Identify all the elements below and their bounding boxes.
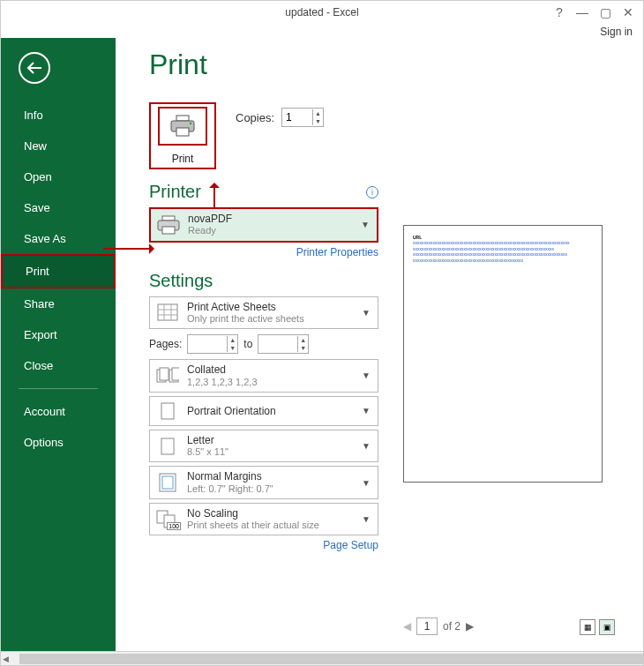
help-icon[interactable]: ? bbox=[553, 5, 565, 19]
sidebar-item-account[interactable]: Account bbox=[1, 396, 116, 427]
svg-rect-2 bbox=[176, 128, 189, 136]
minimize-icon[interactable]: — bbox=[576, 5, 588, 19]
scaling-title: No Scaling bbox=[187, 507, 355, 520]
spin-up-icon[interactable]: ▲ bbox=[298, 336, 308, 344]
pager-prev-icon[interactable]: ◀ bbox=[403, 620, 411, 632]
sidebar-item-share[interactable]: Share bbox=[1, 288, 116, 319]
preview-pager: ◀ 1 of 2 ▶ bbox=[403, 617, 474, 635]
annotation-arrow bbox=[213, 188, 215, 207]
printer-properties-link[interactable]: Printer Properties bbox=[149, 246, 378, 258]
print-what-selector[interactable]: Print Active Sheets Only print the activ… bbox=[149, 296, 378, 330]
sidebar-item-export[interactable]: Export bbox=[1, 319, 116, 350]
copies-input[interactable] bbox=[282, 109, 312, 126]
spin-up-icon[interactable]: ▲ bbox=[228, 336, 237, 344]
sidebar-item-save-as[interactable]: Save As bbox=[1, 223, 116, 254]
spin-down-icon[interactable]: ▼ bbox=[298, 344, 308, 352]
svg-rect-12 bbox=[161, 403, 174, 419]
pages-label: Pages: bbox=[149, 338, 182, 350]
sidebar-item-open[interactable]: Open bbox=[1, 161, 116, 192]
margins-sub: Left: 0.7" Right: 0.7" bbox=[187, 483, 355, 495]
page-icon bbox=[155, 438, 180, 455]
scaling-selector[interactable]: 100 No Scaling Print sheets at their act… bbox=[149, 503, 378, 536]
sidebar-item-close[interactable]: Close bbox=[1, 350, 116, 381]
chevron-down-icon: ▼ bbox=[362, 478, 372, 488]
svg-point-3 bbox=[190, 123, 191, 124]
portrait-icon bbox=[155, 402, 180, 420]
sidebar-item-print[interactable]: Print bbox=[1, 254, 116, 288]
scaling-sub: Print sheets at their actual size bbox=[187, 520, 355, 531]
svg-rect-6 bbox=[162, 227, 175, 234]
page-title: Print bbox=[149, 49, 378, 81]
sidebar-item-options[interactable]: Options bbox=[1, 427, 116, 458]
chevron-down-icon: ▼ bbox=[361, 220, 371, 229]
printer-selector[interactable]: novaPDF Ready ▼ bbox=[149, 207, 378, 243]
show-margins-icon[interactable]: ▦ bbox=[580, 619, 595, 635]
collate-sub: 1,2,3 1,2,3 1,2,3 bbox=[187, 377, 355, 388]
restore-icon[interactable]: ▢ bbox=[599, 5, 611, 19]
page-from-input[interactable] bbox=[188, 335, 227, 353]
margins-selector[interactable]: Normal Margins Left: 0.7" Right: 0.7" ▼ bbox=[149, 466, 378, 499]
sidebar-item-save[interactable]: Save bbox=[1, 192, 116, 223]
printer-name: novaPDF bbox=[188, 213, 354, 225]
collate-title: Collated bbox=[187, 363, 355, 376]
sheet-icon bbox=[155, 303, 180, 321]
sidebar-item-new[interactable]: New bbox=[1, 131, 116, 161]
zoom-to-page-icon[interactable]: ▣ bbox=[599, 619, 615, 635]
copies-spinner[interactable]: ▲▼ bbox=[281, 108, 324, 127]
chevron-down-icon: ▼ bbox=[362, 308, 372, 318]
spin-up-icon[interactable]: ▲ bbox=[313, 109, 323, 117]
page-setup-link[interactable]: Page Setup bbox=[149, 539, 378, 551]
info-icon[interactable]: i bbox=[366, 186, 378, 198]
title-bar: updated - Excel ? — ▢ ✕ bbox=[1, 1, 643, 24]
collate-selector[interactable]: Collated 1,2,3 1,2,3 1,2,3 ▼ bbox=[149, 359, 378, 393]
backstage-sidebar: Info New Open Save Save As Print Share E… bbox=[1, 38, 116, 651]
printer-device-icon bbox=[156, 215, 181, 235]
chevron-down-icon: ▼ bbox=[362, 406, 372, 415]
orientation-title: Portrait Orientation bbox=[187, 405, 355, 417]
sidebar-divider bbox=[19, 388, 98, 389]
paper-sub: 8.5" x 11" bbox=[187, 446, 355, 458]
printer-heading: Printer bbox=[149, 182, 201, 202]
horizontal-scrollbar[interactable]: ◀ bbox=[1, 651, 643, 665]
svg-rect-7 bbox=[158, 304, 177, 320]
pages-to-label: to bbox=[243, 338, 252, 350]
scaling-icon: 100 bbox=[155, 510, 180, 529]
print-what-sub: Only print the active sheets bbox=[187, 313, 355, 325]
close-icon[interactable]: ✕ bbox=[622, 5, 634, 19]
print-button[interactable]: Print bbox=[149, 102, 216, 169]
page-to-input[interactable] bbox=[258, 335, 297, 353]
print-what-title: Print Active Sheets bbox=[187, 301, 355, 313]
svg-rect-4 bbox=[162, 216, 175, 221]
back-button[interactable] bbox=[19, 52, 50, 84]
paper-title: Letter bbox=[187, 434, 355, 446]
settings-heading: Settings bbox=[149, 271, 213, 291]
printer-status: Ready bbox=[188, 225, 354, 236]
svg-rect-13 bbox=[161, 438, 174, 454]
paper-size-selector[interactable]: Letter 8.5" x 11" ▼ bbox=[149, 430, 378, 463]
spin-down-icon[interactable]: ▼ bbox=[228, 344, 237, 352]
page-from-spinner[interactable]: ▲▼ bbox=[187, 334, 238, 354]
annotation-arrow bbox=[103, 248, 149, 250]
svg-rect-11 bbox=[172, 368, 179, 380]
preview-content: xxxxxxxxxxxxxxxxxxxxxxxxxxxxxxxxxxxxxxxx… bbox=[413, 240, 593, 263]
print-button-label: Print bbox=[172, 153, 194, 165]
signin-link[interactable]: Sign in bbox=[1, 24, 643, 38]
chevron-down-icon: ▼ bbox=[362, 441, 372, 451]
printer-icon bbox=[158, 107, 207, 146]
window-title: updated - Excel bbox=[285, 6, 358, 19]
print-preview: URL xxxxxxxxxxxxxxxxxxxxxxxxxxxxxxxxxxxx… bbox=[403, 225, 603, 483]
svg-rect-0 bbox=[176, 116, 189, 121]
sidebar-item-info[interactable]: Info bbox=[1, 100, 116, 131]
collate-icon bbox=[155, 367, 180, 385]
scaling-badge: 100 bbox=[167, 522, 181, 530]
pager-next-icon[interactable]: ▶ bbox=[466, 620, 474, 632]
spin-down-icon[interactable]: ▼ bbox=[313, 117, 323, 125]
chevron-down-icon: ▼ bbox=[362, 514, 372, 524]
orientation-selector[interactable]: Portrait Orientation ▼ bbox=[149, 396, 378, 426]
pager-total: of 2 bbox=[443, 620, 461, 632]
pager-current-input[interactable]: 1 bbox=[416, 617, 438, 635]
chevron-down-icon: ▼ bbox=[362, 370, 372, 380]
page-to-spinner[interactable]: ▲▼ bbox=[258, 334, 309, 354]
margins-title: Normal Margins bbox=[187, 470, 355, 483]
svg-rect-9 bbox=[160, 368, 168, 380]
